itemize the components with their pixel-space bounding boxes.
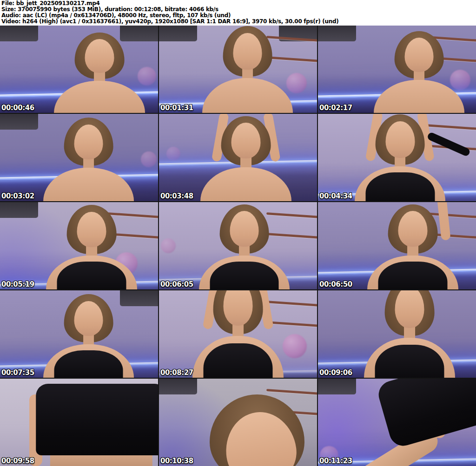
person-face bbox=[77, 212, 106, 247]
person-figure bbox=[211, 26, 284, 113]
person-face bbox=[398, 211, 428, 247]
person-face bbox=[85, 39, 114, 73]
person-figure bbox=[208, 204, 280, 289]
exercise-ball bbox=[166, 147, 180, 161]
person-shoulders bbox=[374, 80, 464, 113]
black-tank-top bbox=[210, 262, 279, 289]
person-figure bbox=[54, 379, 149, 466]
video-thumbnail: 00:03:48 bbox=[159, 114, 317, 201]
wall-panel-left bbox=[159, 379, 197, 394]
person-shoulders bbox=[43, 168, 134, 201]
person-face bbox=[224, 290, 253, 326]
person-face bbox=[233, 33, 262, 69]
timestamp-overlay: 00:04:34 bbox=[319, 192, 352, 200]
person-shoulders bbox=[202, 78, 293, 113]
exercise-ball bbox=[161, 238, 176, 253]
video-thumbnail: 00:04:34 bbox=[318, 114, 476, 201]
wall-panel-right bbox=[120, 290, 158, 306]
person-face bbox=[386, 121, 415, 158]
timestamp-overlay: 00:01:31 bbox=[160, 104, 193, 112]
person-figure bbox=[383, 31, 455, 113]
timestamp-overlay: 00:09:58 bbox=[1, 457, 34, 465]
timestamp-overlay: 00:06:05 bbox=[160, 280, 193, 289]
video-thumbnail: 00:07:35 bbox=[0, 290, 158, 378]
person-figure bbox=[210, 393, 304, 466]
wall-panel-left bbox=[318, 26, 356, 41]
wall-panel-left bbox=[0, 26, 38, 41]
person-figure bbox=[381, 379, 476, 466]
timestamp-overlay: 00:08:27 bbox=[160, 368, 193, 377]
timestamp-overlay: 00:03:02 bbox=[1, 192, 34, 200]
timestamp-overlay: 00:03:48 bbox=[160, 192, 193, 200]
timestamp-overlay: 00:05:19 bbox=[1, 280, 34, 289]
video-info-line: Video: h264 (High) (avc1 / 0x31637661), … bbox=[1, 19, 476, 25]
wall-panel-left bbox=[0, 202, 38, 218]
timestamp-overlay: 00:02:17 bbox=[319, 104, 352, 112]
person-shoulders bbox=[54, 81, 145, 113]
timestamp-overlay: 00:06:50 bbox=[319, 280, 352, 289]
person-figure bbox=[377, 204, 449, 289]
video-thumbnail: 00:01:31 bbox=[159, 26, 317, 113]
person-face bbox=[230, 211, 259, 247]
media-info-header: File: bb_jett_202509130217.mp4 Size: 370… bbox=[0, 0, 476, 26]
person-legs bbox=[50, 454, 152, 466]
video-thumbnail: 00:11:23 bbox=[318, 379, 476, 466]
person-shoulders bbox=[36, 384, 158, 455]
black-tank-top bbox=[366, 172, 435, 201]
person-figure bbox=[202, 290, 274, 378]
black-tank-top bbox=[378, 262, 448, 289]
person-face bbox=[74, 301, 103, 336]
exercise-ball bbox=[138, 67, 156, 85]
black-tank-top bbox=[54, 350, 123, 378]
timestamp-overlay: 00:00:46 bbox=[1, 104, 34, 112]
person-figure bbox=[55, 205, 128, 289]
person-face bbox=[395, 290, 424, 328]
person-shoulders bbox=[376, 379, 476, 449]
exercise-ball bbox=[141, 151, 157, 167]
person-face bbox=[404, 38, 434, 72]
person-figure bbox=[52, 118, 125, 201]
person-figure bbox=[52, 294, 125, 378]
video-thumbnail: 00:06:05 bbox=[159, 202, 317, 289]
person-face bbox=[74, 125, 103, 160]
video-thumbnail: 00:02:17 bbox=[318, 26, 476, 113]
video-thumbnail: 00:10:38 bbox=[159, 379, 317, 466]
person-figure bbox=[63, 33, 136, 113]
video-thumbnail: 00:05:19 bbox=[0, 202, 158, 289]
person-figure bbox=[373, 290, 446, 378]
exercise-ball bbox=[286, 73, 307, 93]
timestamp-overlay: 00:10:38 bbox=[160, 457, 193, 465]
wall-panel-left bbox=[159, 26, 197, 41]
person-figure bbox=[210, 116, 282, 201]
person-face bbox=[231, 123, 261, 158]
person-arm-right bbox=[435, 202, 451, 240]
video-thumbnail: 00:08:27 bbox=[159, 290, 317, 378]
video-thumbnail: 00:09:58 bbox=[0, 379, 158, 466]
thumbnail-grid: 00:00:46 00:01:31 bbox=[0, 26, 476, 466]
timestamp-overlay: 00:07:35 bbox=[1, 368, 34, 377]
video-thumbnail: 00:03:02 bbox=[0, 114, 158, 201]
video-thumbnail: 00:09:06 bbox=[318, 290, 476, 378]
black-tank-top bbox=[57, 262, 126, 289]
video-thumbnail: 00:06:50 bbox=[318, 202, 476, 289]
video-thumbnail: 00:00:46 bbox=[0, 26, 158, 113]
wall-panel-left bbox=[0, 114, 38, 130]
timestamp-overlay: 00:09:06 bbox=[319, 368, 352, 377]
person-figure bbox=[364, 114, 436, 201]
exercise-ball bbox=[283, 334, 307, 358]
person-shoulders bbox=[200, 167, 291, 201]
wall-panel-left bbox=[318, 379, 356, 394]
timestamp-overlay: 00:11:23 bbox=[319, 457, 352, 465]
